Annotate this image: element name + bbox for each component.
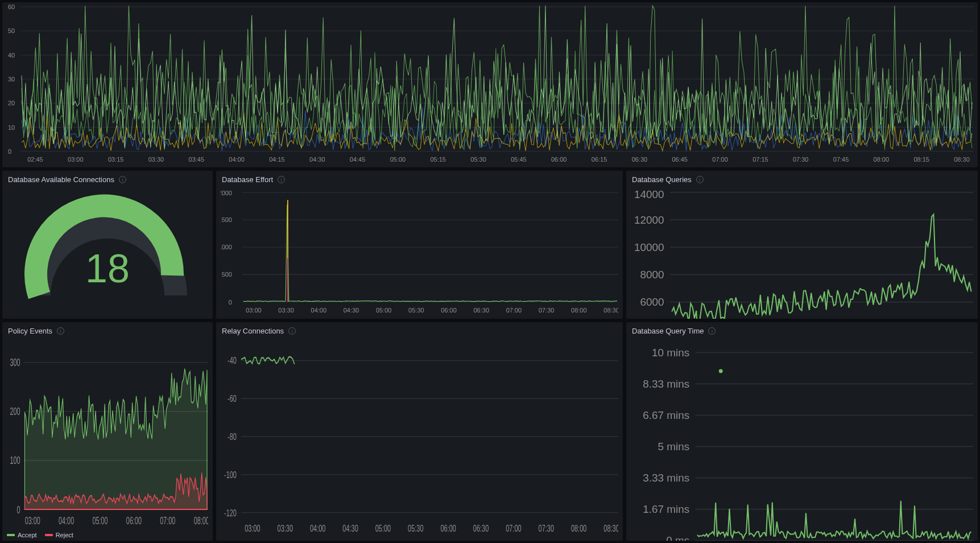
svg-text:04:00: 04:00 (59, 515, 74, 526)
svg-text:14000: 14000 (634, 188, 664, 200)
svg-text:200: 200 (10, 405, 20, 417)
svg-text:08:00: 08:00 (874, 156, 889, 163)
legend-reject[interactable]: Reject (45, 532, 73, 538)
svg-text:05:30: 05:30 (408, 307, 424, 314)
svg-text:04:30: 04:30 (344, 307, 359, 314)
svg-text:1.67 mins: 1.67 mins (643, 503, 689, 515)
db-connections-panel[interactable]: Database Available Connections i 18 (2, 171, 213, 319)
info-icon: i (119, 176, 126, 183)
svg-text:0: 0 (8, 148, 11, 155)
svg-text:07:00: 07:00 (160, 515, 175, 526)
svg-text:05:00: 05:00 (376, 307, 391, 314)
panel-title: Database Effort (222, 175, 273, 184)
svg-text:07:00: 07:00 (506, 523, 522, 534)
gauge-value: 18 (85, 246, 130, 291)
db-query-time-panel[interactable]: Database Query Time i 0 ms 1.67 min (626, 322, 978, 541)
policy-chart: 0 100 200 300 03:0004:0005:0006:0007:000… (7, 340, 208, 528)
svg-text:500: 500 (222, 271, 232, 278)
legend-chip-icon (45, 534, 53, 536)
svg-text:04:15: 04:15 (269, 156, 284, 163)
svg-text:07:30: 07:30 (539, 307, 554, 314)
svg-text:02:45: 02:45 (27, 156, 43, 163)
svg-text:05:15: 05:15 (431, 156, 446, 163)
policy-events-panel[interactable]: Policy Events i 0 100 200 300 0 (2, 322, 213, 541)
svg-text:6.67 mins: 6.67 mins (643, 409, 689, 421)
svg-text:08:15: 08:15 (913, 156, 929, 163)
panel-title: Database Queries (632, 175, 692, 184)
svg-text:08:00: 08:00 (571, 523, 587, 534)
svg-text:8.33 mins: 8.33 mins (643, 378, 689, 390)
svg-text:40: 40 (8, 52, 15, 59)
svg-text:8000: 8000 (640, 269, 664, 281)
svg-text:06:30: 06:30 (474, 307, 489, 314)
svg-text:06:00: 06:00 (440, 523, 456, 534)
svg-text:-100: -100 (224, 469, 237, 480)
svg-text:05:45: 05:45 (511, 156, 526, 163)
svg-text:06:00: 06:00 (551, 156, 567, 163)
svg-text:03:00: 03:00 (25, 515, 40, 526)
info-icon: i (57, 327, 64, 335)
svg-text:08:00: 08:00 (194, 515, 208, 526)
info-icon: i (278, 176, 285, 183)
svg-text:03:45: 03:45 (189, 156, 204, 163)
relay-connections-panel[interactable]: Relay Connections i -40 -60 -80 (216, 322, 623, 541)
svg-text:1000: 1000 (221, 244, 232, 250)
top-traffic-panel[interactable]: 0 10 20 30 40 50 60 02:4503:0003:1503:30… (2, 2, 978, 167)
svg-text:05:30: 05:30 (408, 523, 424, 534)
db-effort-panel[interactable]: Database Effort i 0 500 (216, 171, 623, 319)
svg-text:07:30: 07:30 (539, 523, 555, 534)
top-chart: 0 10 20 30 40 50 60 02:4503:0003:1503:30… (7, 2, 973, 165)
info-icon: i (708, 327, 716, 335)
svg-text:300: 300 (10, 356, 20, 368)
svg-text:06:15: 06:15 (592, 156, 607, 163)
svg-text:03:30: 03:30 (278, 523, 293, 534)
svg-text:04:45: 04:45 (350, 156, 365, 163)
svg-text:04:30: 04:30 (309, 156, 325, 163)
svg-text:10000: 10000 (634, 241, 664, 253)
db-queries-chart: 0 2000 4000 6000 8000 10000 12000 14000 … (631, 188, 973, 319)
db-queries-panel[interactable]: Database Queries i 0 200 (626, 171, 978, 319)
svg-text:03:30: 03:30 (278, 307, 293, 314)
svg-text:08:30: 08:30 (954, 156, 969, 163)
legend-accept[interactable]: Accept (7, 532, 37, 538)
db-effort-chart: 0 500 1000 1500 2000 03:0003:3004:0004:3… (221, 188, 618, 316)
svg-text:3.33 mins: 3.33 mins (643, 472, 689, 484)
svg-text:08:30: 08:30 (603, 523, 618, 534)
legend-chip-icon (7, 534, 15, 536)
svg-point-130 (719, 369, 723, 373)
svg-text:04:00: 04:00 (229, 156, 244, 163)
svg-text:04:00: 04:00 (310, 523, 326, 534)
svg-text:04:30: 04:30 (342, 523, 358, 534)
svg-text:05:00: 05:00 (375, 523, 391, 534)
svg-text:04:00: 04:00 (311, 307, 326, 314)
svg-text:10 mins: 10 mins (652, 347, 689, 359)
svg-text:03:00: 03:00 (246, 307, 261, 314)
svg-text:07:00: 07:00 (506, 307, 522, 314)
qtime-chart: 0 ms 1.67 mins 3.33 mins 5 mins 6.67 min… (631, 340, 973, 541)
svg-text:08:30: 08:30 (603, 307, 618, 314)
svg-text:05:00: 05:00 (390, 156, 406, 163)
svg-text:05:30: 05:30 (470, 156, 486, 163)
info-icon: i (696, 176, 704, 183)
svg-text:2000: 2000 (221, 190, 232, 196)
svg-text:08:00: 08:00 (571, 307, 586, 314)
svg-text:07:30: 07:30 (793, 156, 808, 163)
svg-text:06:30: 06:30 (632, 156, 647, 163)
svg-text:06:00: 06:00 (441, 307, 456, 314)
svg-text:100: 100 (10, 454, 20, 466)
svg-text:-80: -80 (228, 431, 237, 442)
svg-text:06:30: 06:30 (473, 523, 489, 534)
svg-text:03:00: 03:00 (68, 156, 83, 163)
svg-text:-60: -60 (228, 393, 237, 404)
svg-text:06:45: 06:45 (672, 156, 687, 163)
svg-text:50: 50 (8, 27, 15, 34)
svg-text:07:00: 07:00 (712, 156, 727, 163)
svg-text:03:30: 03:30 (148, 156, 164, 163)
svg-text:-120: -120 (224, 507, 237, 518)
panel-title: Relay Connections (222, 327, 284, 335)
svg-text:60: 60 (8, 3, 15, 10)
svg-text:03:00: 03:00 (245, 523, 260, 534)
panel-title: Policy Events (8, 327, 52, 335)
svg-text:0: 0 (229, 298, 232, 305)
svg-text:12000: 12000 (634, 214, 664, 226)
